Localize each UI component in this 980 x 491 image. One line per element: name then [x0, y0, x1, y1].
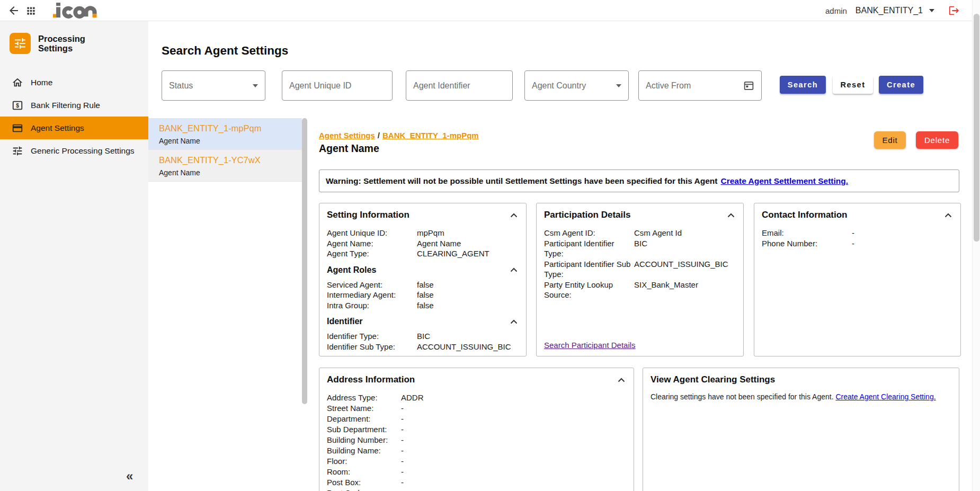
create-clearing-setting-link[interactable]: Create Agent Clearing Setting.: [835, 392, 936, 401]
collapse-chevron-icon[interactable]: [617, 377, 626, 383]
sidebar-item-label: Home: [31, 78, 52, 87]
collapse-chevron-icon[interactable]: [509, 266, 519, 273]
sidebar-collapse-button[interactable]: «: [126, 469, 133, 484]
sidebar-nav: Home $ Bank Filtering Rule Agent Setting…: [0, 71, 148, 162]
user-role-label: admin: [825, 6, 847, 15]
field-label: Address Type:: [327, 392, 401, 403]
agent-list-item[interactable]: BANK_ENTITY_1-mpPqm Agent Name: [148, 118, 302, 150]
edit-button[interactable]: Edit: [874, 131, 906, 149]
address-information-rows: Address Type:ADDR Street Name:- Departme…: [327, 392, 626, 491]
field-value: Csm Agent Id: [634, 228, 736, 238]
search-button[interactable]: Search: [780, 76, 826, 94]
dollar-box-icon: $: [12, 100, 23, 111]
field-label: Building Name:: [327, 445, 401, 456]
field-value: -: [852, 238, 953, 249]
field-label: Party Entity Lookup Source:: [544, 280, 634, 300]
address-information-card: Address Information Address Type:ADDR St…: [319, 368, 634, 491]
arrow-back-icon: [7, 4, 20, 17]
apps-grid-button[interactable]: [26, 6, 36, 16]
tune-icon: [12, 145, 23, 157]
field-label: Intra Group:: [327, 300, 417, 311]
sidebar-item-generic-processing-settings[interactable]: Generic Processing Settings: [0, 139, 148, 162]
sidebar: Processing Settings Home $ Bank Filterin…: [0, 21, 148, 491]
status-placeholder: Status: [169, 81, 193, 91]
field-value: ADDR: [401, 392, 626, 403]
agent-list-scrollbar-thumb[interactable]: [302, 118, 307, 404]
logout-icon: [948, 5, 960, 16]
agent-unique-id-input[interactable]: Agent Unique ID: [282, 70, 393, 101]
app-title: Processing Settings: [38, 34, 107, 53]
sidebar-item-label: Agent Settings: [31, 123, 84, 133]
field-value: BIC: [634, 238, 736, 259]
field-label: Agent Name:: [327, 238, 417, 249]
home-icon: [12, 77, 23, 88]
warning-text: Warning: Settlement will not be possible…: [326, 176, 718, 186]
field-value: -: [401, 488, 626, 491]
field-label: Agent Type:: [327, 248, 417, 259]
collapse-chevron-icon[interactable]: [509, 318, 519, 325]
contact-information-rows: Email:- Phone Number:-: [762, 228, 953, 248]
status-select[interactable]: Status: [162, 70, 265, 101]
agent-country-select[interactable]: Agent Country: [524, 70, 629, 101]
field-value: -: [401, 424, 626, 435]
processing-settings-app-icon: [10, 33, 31, 54]
field-label: Post Code:: [327, 488, 401, 491]
sidebar-item-home[interactable]: Home: [0, 71, 148, 94]
create-button[interactable]: Create: [879, 76, 923, 94]
clearing-settings-text: Clearing settings have not been specifie…: [651, 392, 834, 401]
entity-name: BANK_ENTITY_1: [856, 6, 923, 15]
create-settlement-setting-link[interactable]: Create Agent Settlement Setting.: [721, 176, 849, 186]
topbar: admin BANK_ENTITY_1: [0, 0, 980, 21]
tune-icon: [13, 37, 27, 50]
field-label: Room:: [327, 467, 401, 477]
entity-selector[interactable]: BANK_ENTITY_1: [856, 6, 934, 15]
sidebar-item-bank-filtering-rule[interactable]: $ Bank Filtering Rule: [0, 94, 148, 117]
field-label: Department:: [327, 414, 401, 424]
field-value: ACCOUNT_ISSUING_BIC: [634, 259, 736, 280]
setting-information-rows: Agent Unique ID:mpPqm Agent Name:Agent N…: [327, 228, 519, 259]
search-participant-details-link[interactable]: Search Participant Details: [544, 341, 636, 350]
breadcrumb-agent-settings-link[interactable]: Agent Settings: [319, 131, 375, 140]
field-value: -: [401, 445, 626, 456]
field-value: false: [417, 300, 519, 311]
agent-list-item[interactable]: BANK_ENTITY_1-YC7wX Agent Name: [148, 150, 302, 182]
breadcrumb-current-link[interactable]: BANK_ENTITY_1-mpPqm: [382, 131, 479, 140]
sidebar-item-agent-settings[interactable]: Agent Settings: [0, 117, 148, 139]
breadcrumb-separator: /: [378, 131, 380, 140]
logout-button[interactable]: [948, 5, 960, 16]
field-value: BIC: [417, 331, 519, 342]
agent-detail-title: Agent Name: [319, 142, 379, 155]
section-title: Agent Roles: [327, 265, 376, 275]
agent-roles-rows: Serviced Agent:false Intermediary Agent:…: [327, 280, 519, 311]
section-title: Identifier: [327, 317, 363, 326]
delete-button[interactable]: Delete: [916, 131, 958, 149]
field-label: Floor:: [327, 456, 401, 467]
reset-button[interactable]: Reset: [833, 76, 873, 94]
field-label: Intermediary Agent:: [327, 290, 417, 300]
caret-down-icon: [616, 84, 621, 87]
collapse-chevron-icon[interactable]: [509, 212, 519, 219]
field-value: CLEARING_AGENT: [417, 248, 519, 259]
agent-id: BANK_ENTITY_1-mpPqm: [159, 123, 302, 133]
back-button[interactable]: [7, 4, 20, 17]
field-value: -: [401, 435, 626, 445]
collapse-chevron-icon[interactable]: [726, 212, 736, 219]
field-value: mpPqm: [417, 228, 519, 238]
collapse-chevron-icon[interactable]: [943, 212, 953, 219]
field-label: Post Box:: [327, 477, 401, 488]
active-from-placeholder: Active From: [646, 81, 691, 91]
calendar-icon[interactable]: [743, 80, 754, 91]
field-label: Identifier Sub Type:: [327, 342, 417, 352]
field-label: Building Number:: [327, 435, 401, 445]
page-scrollbar: [972, 0, 980, 491]
active-from-date-input[interactable]: Active From: [638, 70, 762, 101]
field-label: Csm Agent ID:: [544, 228, 634, 238]
field-value: Agent Name: [417, 238, 519, 249]
card-title: Participation Details: [544, 210, 630, 220]
page-scrollbar-thumb[interactable]: [974, 14, 979, 242]
field-label: Agent Unique ID:: [327, 228, 417, 238]
icon-brand-logo: [53, 3, 99, 21]
participation-details-rows: Csm Agent ID:Csm Agent Id Participant Id…: [544, 228, 736, 300]
agent-name: Agent Name: [159, 137, 302, 145]
agent-identifier-input[interactable]: Agent Identifier: [406, 70, 513, 101]
